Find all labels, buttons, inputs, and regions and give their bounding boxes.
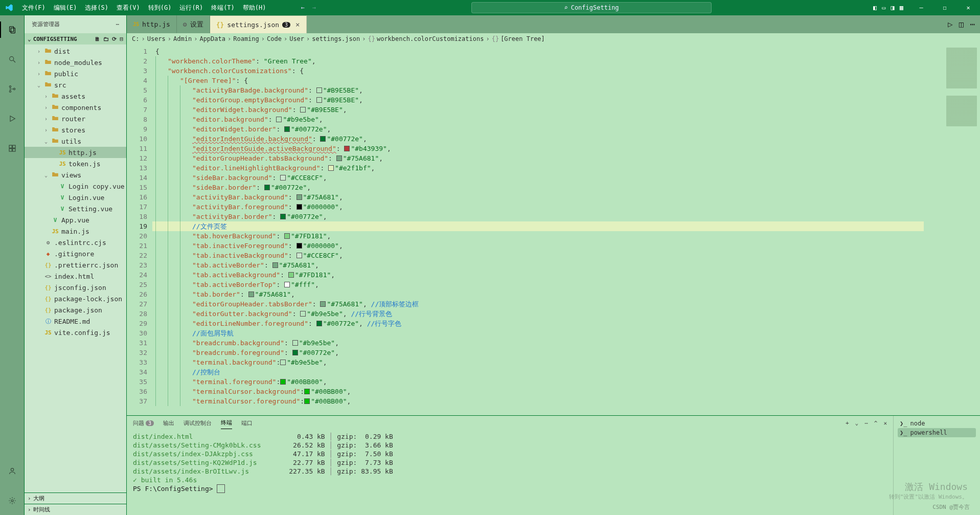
tree-item[interactable]: ⓘREADME.md [25,316,126,327]
tab-debug-console[interactable]: 调试控制台 [184,417,212,429]
close-panel-icon[interactable]: ✕ [883,420,887,427]
editor-tab[interactable]: {}settings.json3× [210,15,307,33]
menu-item[interactable]: 运行(R) [175,0,207,15]
command-center[interactable]: ⌕ ConfigSetting [471,2,712,13]
maximize-icon[interactable]: ☐ [933,0,956,15]
menu-item[interactable]: 文件(F) [18,0,50,15]
tree-item[interactable]: {}.prettierrc.json [25,259,126,271]
csdn-watermark: CSDN @贾今言 [932,503,970,511]
outline-section[interactable]: ›大纲 [25,492,126,504]
tree-item[interactable]: ⌄utils [25,136,126,147]
terminal-instance[interactable]: ❯_powershell [898,428,976,437]
terminal-output[interactable]: dist/index.html 0.43 kB │ gzip: 0.29 kB … [127,430,893,515]
new-file-icon[interactable]: 🗎 [95,36,100,42]
toggle-secondary-sidebar-icon[interactable]: ◨ [891,4,895,11]
nav-forward-icon[interactable]: → [312,4,316,11]
split-editor-icon[interactable]: ◫ [959,19,964,29]
search-icon[interactable] [0,49,25,70]
tree-item[interactable]: ›assets [25,91,126,102]
editor[interactable]: 1234567891011121314151617181920212223242… [127,44,980,415]
menu-item[interactable]: 编辑(E) [50,0,81,15]
menu-item[interactable]: 转到(G) [144,0,176,15]
customize-layout-icon[interactable]: ▦ [900,4,903,11]
timeline-section[interactable]: ›时间线 [25,504,126,515]
menu-item[interactable]: 查看(V) [112,0,144,15]
code-content[interactable]: {"workbench.colorTheme": "Green Tree","w… [152,44,924,415]
menu-item[interactable]: 帮助(H) [239,0,270,15]
extensions-icon[interactable] [0,138,25,159]
close-icon[interactable]: ✕ [956,0,980,15]
tree-item[interactable]: {}jsconfig.json [25,282,126,293]
tab-output[interactable]: 输出 [163,417,174,429]
tree-item[interactable]: VApp.vue [25,214,126,226]
activity-bar [0,15,25,515]
menu-item[interactable]: 选择(S) [81,0,112,15]
tree-item[interactable]: ⌄src [25,79,126,91]
tab-terminal[interactable]: 终端 [221,417,232,429]
collapse-all-icon[interactable]: ⊟ [120,36,123,42]
tree-item[interactable]: ◆.gitignore [25,248,126,259]
tree-item[interactable]: JShttp.js [25,147,126,158]
explorer-section-header[interactable]: ⌄ CONFIGSETTING 🗎 🗀 ⟳ ⊟ [25,33,126,44]
tree-item[interactable]: ›router [25,113,126,124]
maximize-panel-icon[interactable]: ^ [874,420,878,427]
breadcrumb-item[interactable]: {}workbench.colorCustomizations [368,35,484,42]
panel: 问题3 输出 调试控制台 终端 端口 + ⌄ ⋯ ^ ✕ dist/index.… [127,415,980,515]
breadcrumb-item[interactable]: Code [267,35,282,42]
refresh-icon[interactable]: ⟳ [112,36,117,42]
svg-point-2 [9,57,13,61]
tree-item[interactable]: VSetting.vue [25,203,126,214]
breadcrumb-item[interactable]: C: [132,35,139,42]
tree-item[interactable]: JSmain.js [25,226,126,237]
close-tab-icon[interactable]: × [295,20,300,29]
tree-item[interactable]: JStoken.js [25,158,126,169]
editor-tab[interactable]: JShttp.js [127,15,177,33]
breadcrumb-item[interactable]: User [289,35,304,42]
run-debug-icon[interactable] [0,108,25,129]
breadcrumb-item[interactable]: Users [147,35,166,42]
minimize-icon[interactable]: — [909,0,933,15]
svg-point-6 [13,88,15,89]
minimap[interactable] [924,44,980,415]
breadcrumb-item[interactable]: Admin [173,35,192,42]
terminal-dropdown-icon[interactable]: ⌄ [855,420,859,427]
new-folder-icon[interactable]: 🗀 [103,36,109,42]
tree-item[interactable]: <>index.html [25,271,126,282]
tree-item[interactable]: VLogin.vue [25,192,126,203]
tree-item[interactable]: ›components [25,102,126,113]
breadcrumb-item[interactable]: {}[Green Tree] [492,35,545,42]
tree-item[interactable]: {}package-lock.json [25,293,126,304]
accounts-icon[interactable] [0,461,25,481]
new-terminal-icon[interactable]: + [846,420,849,427]
explorer-icon[interactable] [0,19,25,40]
tree-item[interactable]: ›stores [25,124,126,136]
sidebar-more-icon[interactable]: ⋯ [116,21,119,28]
tree-item[interactable]: VLogin copy.vue [25,181,126,192]
tree-item[interactable]: ›dist [25,46,126,57]
more-icon[interactable]: ⋯ [970,19,975,29]
tree-item[interactable]: ›node_modules [25,57,126,68]
source-control-icon[interactable] [0,79,25,99]
svg-marker-7 [10,116,15,122]
tree-item[interactable]: ⌄views [25,169,126,181]
breadcrumb-item[interactable]: Roaming [233,35,259,42]
run-icon[interactable]: ▷ [948,19,953,29]
nav-back-icon[interactable]: ← [301,4,305,11]
breadcrumb-item[interactable]: settings.json [312,35,360,42]
tree-item[interactable]: {}package.json [25,304,126,316]
menu-item[interactable]: 终端(T) [207,0,239,15]
tree-item[interactable]: ›public [25,68,126,79]
tab-problems[interactable]: 问题3 [133,417,154,429]
settings-gear-icon[interactable] [0,490,25,511]
tab-ports[interactable]: 端口 [241,417,253,429]
breadcrumb[interactable]: C:›Users›Admin›AppData›Roaming›Code›User… [127,33,980,44]
terminal-instance[interactable]: ❯_node [898,419,976,428]
toggle-primary-sidebar-icon[interactable]: ◧ [873,4,877,11]
tree-item[interactable]: JSvite.config.js [25,327,126,338]
panel-more-icon[interactable]: ⋯ [864,420,868,427]
editor-tab[interactable]: ⚙设置 [177,15,210,33]
toggle-panel-icon[interactable]: ▭ [882,4,885,11]
svg-point-12 [11,468,13,471]
tree-item[interactable]: ⚙.eslintrc.cjs [25,237,126,248]
breadcrumb-item[interactable]: AppData [199,35,225,42]
